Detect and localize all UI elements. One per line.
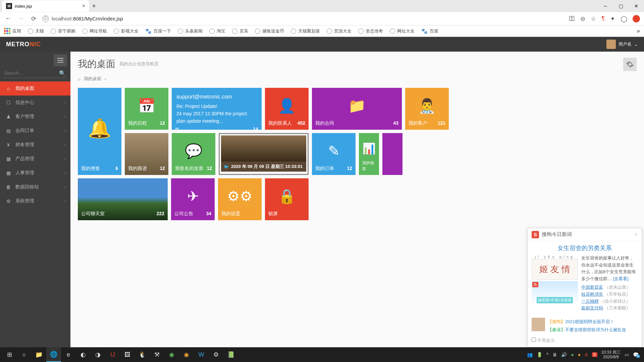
password-key-icon[interactable]: ⚿ [569, 15, 575, 22]
tray-sogou-icon[interactable]: S [592, 352, 597, 357]
close-icon[interactable]: × [82, 3, 85, 9]
sidebar-item-recycle[interactable]: 🗑数据回收站‹ [0, 180, 70, 194]
extensions-icon[interactable]: ✦ [610, 15, 615, 22]
tray-monitor-icon[interactable]: 🖥 [552, 352, 557, 357]
sidebar-toggle[interactable] [54, 54, 67, 66]
taskbar-edge[interactable]: e [61, 347, 76, 362]
app-logo[interactable]: METRONIC [6, 41, 41, 48]
bookmark-apps[interactable]: 应用 [4, 28, 21, 34]
tile-lock[interactable]: 🔒 锁屏 [265, 178, 309, 220]
sidebar-item-desktop[interactable]: ⌂我的桌面 [0, 81, 70, 96]
site-info-icon[interactable]: ⓘ [42, 15, 49, 22]
dont-remind-checkbox[interactable]: 不再提示 [532, 338, 555, 343]
bookmarks-overflow[interactable]: » [637, 27, 640, 35]
tile-follow[interactable]: 我的跟进12 [125, 133, 168, 175]
popup-link[interactable]: 盗刷支付码 [581, 305, 603, 310]
popup-title[interactable]: 女生宿舍的另类关系 [528, 241, 642, 255]
minimize-button[interactable]: ─ [598, 1, 613, 11]
translate-icon[interactable]: ¶ [601, 15, 605, 22]
sidebar-item-info[interactable]: ☐信息中心‹ [0, 96, 70, 110]
new-tab-button[interactable]: + [89, 2, 99, 10]
bookmark-item[interactable]: 网址导航 [82, 28, 107, 34]
home-icon[interactable]: ⌂ [78, 76, 80, 81]
tile-chat[interactable]: 公司聊天室222 [78, 178, 168, 220]
tile-receipts[interactable]: 📊 我的收款 [359, 133, 379, 175]
extension-badge-icon[interactable] [633, 15, 640, 22]
news-link[interactable]: 2021校园招聘全面开启！ [565, 319, 614, 324]
popup-more-link[interactable]: [去看看] [613, 276, 629, 281]
popup-promo-image[interactable]: 热 娘惹菜=中菜+马来菜 [532, 281, 578, 305]
taskbar-app[interactable]: ⚙ [209, 347, 223, 362]
taskbar-app[interactable]: ⚒ [150, 347, 164, 362]
tray-notif-icon[interactable]: 💬4 [633, 352, 639, 357]
tile-announce[interactable]: ✈ 公司公告34 [171, 178, 215, 220]
taskbar-app[interactable]: ◉ [179, 347, 194, 362]
reload-button[interactable]: ⟳ [30, 15, 38, 22]
news-link[interactable]: 不要去猜那些歌词为什么被乱改 [565, 327, 626, 332]
browser-tab[interactable]: M index.jsp × [2, 0, 89, 12]
sidebar-item-hr[interactable]: ▦人事管理‹ [0, 166, 70, 180]
tile-email[interactable]: support@metronic.com Re: Project Update!… [172, 88, 262, 130]
popup-link[interactable]: 一元锦鲤 [581, 299, 599, 304]
bookmark-item[interactable]: 页游大全 [327, 28, 352, 34]
bookmark-item[interactable]: 头条新闻 [178, 28, 203, 34]
page-settings-button[interactable] [623, 58, 637, 71]
forward-button[interactable]: → [17, 15, 25, 22]
sidebar-item-product[interactable]: ▦产品管理‹ [0, 152, 70, 166]
bookmark-item[interactable]: 变态传奇 [358, 28, 383, 34]
bookmark-item[interactable]: 🐾百度 [421, 28, 438, 34]
popup-link[interactable]: 中国新首富 [581, 285, 603, 290]
taskbar-qq[interactable]: 🐧 [135, 347, 150, 362]
taskbar-app[interactable]: W [194, 347, 209, 362]
taskbar-explorer[interactable]: 📁 [32, 347, 46, 362]
tile-hidden[interactable] [382, 133, 402, 175]
search-icon[interactable]: 🔍 [59, 70, 66, 76]
tray-icon[interactable]: A [585, 352, 588, 357]
bookmark-item[interactable]: 天猫聚划算 [291, 28, 320, 34]
sidebar-item-customer[interactable]: ♟客户管理‹ [0, 110, 70, 124]
taskbar-idea[interactable]: IJ [105, 347, 120, 362]
tile-settings[interactable]: ⚙⚙ 我的设置 [218, 178, 262, 220]
tile-orders[interactable]: ✎ 我的订单12 [312, 133, 356, 175]
tray-sound-icon[interactable]: 🔊 [561, 352, 567, 357]
tile-invoice[interactable]: 💬 我签名的发票12 [172, 133, 215, 175]
tray-people-icon[interactable]: 👥 [527, 352, 533, 357]
tray-icon[interactable]: ● [571, 352, 574, 357]
search-input[interactable] [3, 68, 67, 78]
back-button[interactable]: ← [4, 15, 12, 22]
sidebar-item-finance[interactable]: ¥财务管理‹ [0, 138, 70, 152]
taskbar-eclipse[interactable]: ◐ [76, 347, 91, 362]
url-box[interactable]: ⓘ localhost:8081/MyCrm/index.jsp [42, 15, 564, 22]
bookmark-item[interactable]: 捕鱼送金币 [255, 28, 284, 34]
breadcrumb-item[interactable]: 我的桌面 [84, 76, 101, 82]
taskbar-app[interactable]: 📗 [223, 347, 238, 362]
tray-icon[interactable]: ● [578, 352, 581, 357]
popup-link[interactable]: 桂花树消失 [581, 292, 603, 297]
bookmark-item[interactable]: 网址大全 [390, 28, 415, 34]
tile-calendar[interactable]: 📅 我的日程12 [125, 88, 168, 130]
profile-icon[interactable]: ◯ [621, 15, 627, 22]
bookmark-item[interactable]: 苏宁易购 [51, 28, 75, 34]
bookmark-item[interactable]: 淘宝 [209, 28, 225, 34]
bookmark-item[interactable]: 京东 [232, 28, 248, 34]
bookmark-item[interactable]: 影视大全 [114, 28, 139, 34]
tile-customers[interactable]: 👨‍⚕️ 我的客户121 [405, 88, 449, 130]
bookmark-item[interactable]: 🐾百度一下 [145, 28, 171, 34]
tile-contracts[interactable]: 📁 我的合同43 [312, 88, 402, 130]
sidebar-item-system[interactable]: ⚙系统管理‹ [0, 194, 70, 208]
tile-contacts[interactable]: 👤 我的联系人452 [265, 88, 309, 130]
bookmark-star-icon[interactable]: ☆ [591, 15, 596, 22]
tile-clock[interactable]: 🐦 2020 年 09 月 09 日 星期三 10:33:01 [219, 133, 309, 175]
close-icon[interactable]: × [635, 232, 638, 237]
sidebar-item-contract[interactable]: ▤合同订单‹ [0, 124, 70, 138]
zoom-icon[interactable]: ⊖ [580, 15, 585, 22]
tray-action-center-icon[interactable]: ▭ [625, 352, 629, 357]
bookmark-item[interactable]: 天猫 [28, 28, 44, 34]
close-window-button[interactable]: ✕ [629, 1, 644, 11]
tray-up-icon[interactable]: ^ [546, 352, 549, 357]
taskbar-chrome[interactable]: 🌐 [46, 347, 61, 362]
taskbar-app[interactable]: ◉ [164, 347, 179, 362]
taskbar-app[interactable]: 🖼 [120, 347, 135, 362]
maximize-button[interactable]: ▢ [613, 1, 629, 11]
user-menu[interactable]: 用户名 ⌄ [606, 40, 638, 49]
